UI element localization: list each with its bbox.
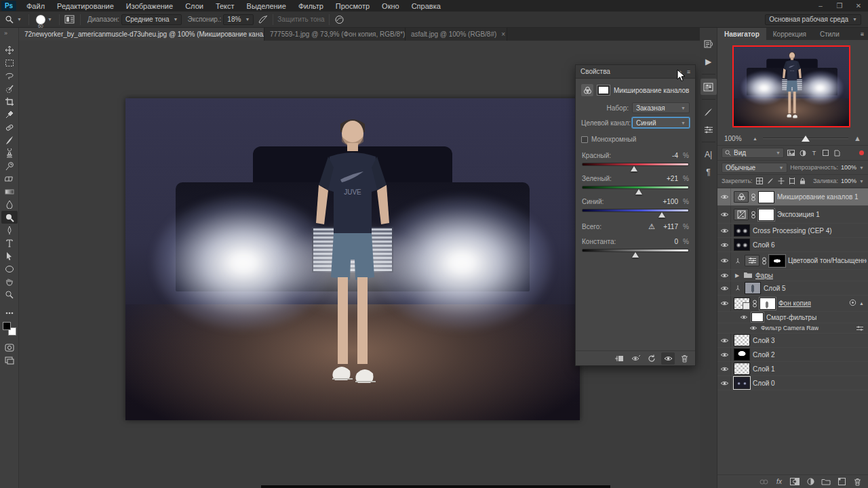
layer-name[interactable]: Слой 5 xyxy=(764,285,786,292)
filter-type-layers-icon[interactable]: T xyxy=(810,148,818,157)
tab-styles[interactable]: Стили xyxy=(813,28,846,40)
quick-selection-tool[interactable] xyxy=(1,82,18,95)
new-group-button[interactable] xyxy=(821,476,831,487)
layer-mask-icon[interactable] xyxy=(597,85,610,95)
path-selection-tool[interactable] xyxy=(1,249,18,262)
layer-row-layer2[interactable]: Слой 2 xyxy=(717,348,868,362)
layer-visibility-toggle[interactable] xyxy=(719,281,731,295)
pressure-toggle-icon[interactable] xyxy=(334,14,346,25)
layer-thumbnail[interactable] xyxy=(734,348,750,361)
layer-name[interactable]: Слой 6 xyxy=(753,241,775,249)
restore-button[interactable]: ❐ xyxy=(830,0,849,12)
menu-window[interactable]: Окно xyxy=(376,0,406,12)
layer-name[interactable]: Слой 3 xyxy=(753,337,775,344)
foreground-color-swatch[interactable] xyxy=(3,322,11,330)
filter-visibility-toggle[interactable] xyxy=(749,323,758,333)
lock-pixels-icon[interactable] xyxy=(766,177,774,185)
layer-name[interactable]: Фары xyxy=(755,272,773,279)
healing-brush-tool[interactable] xyxy=(1,121,18,134)
paragraph-panel-icon[interactable]: ¶ xyxy=(701,164,717,180)
smart-filter-badge-icon[interactable] xyxy=(849,299,856,308)
layer-visibility-toggle[interactable] xyxy=(719,362,731,375)
collapse-panel-icon[interactable]: » xyxy=(678,68,682,75)
workspace-select[interactable]: Основная рабочая среда ▼ xyxy=(765,14,861,25)
fill-value[interactable]: 100% xyxy=(841,178,856,184)
zoom-tool[interactable] xyxy=(1,288,18,301)
delete-adjustment-button[interactable] xyxy=(677,352,691,365)
gradient-tool[interactable] xyxy=(1,185,18,198)
layer-row-hue-saturation[interactable]: Цветовой тон/Насыщенность 1 xyxy=(717,252,868,270)
layer-visibility-toggle[interactable] xyxy=(719,376,731,390)
mask-link-icon[interactable] xyxy=(762,257,766,265)
layer-row-background-copy[interactable]: Фон копия ▲ xyxy=(717,296,868,312)
eyedropper-tool[interactable] xyxy=(1,108,18,121)
layer-mask-thumbnail[interactable] xyxy=(760,298,776,310)
actions-panel-icon[interactable]: ▶ xyxy=(701,54,717,70)
mask-link-icon[interactable] xyxy=(753,300,757,308)
menu-layers[interactable]: Слои xyxy=(179,0,210,12)
layer-thumbnail[interactable] xyxy=(734,377,750,389)
menu-edit[interactable]: Редактирование xyxy=(51,0,120,12)
minimize-button[interactable]: – xyxy=(811,0,830,12)
history-brush-tool[interactable] xyxy=(1,159,18,172)
navigator-thumbnail[interactable]: JUVE xyxy=(732,45,850,127)
exposure-input[interactable]: 18% ▼ xyxy=(223,14,254,25)
navigator-zoom-thumb[interactable] xyxy=(802,136,810,142)
lock-all-icon[interactable] xyxy=(799,177,807,185)
lock-artboard-icon[interactable] xyxy=(788,177,796,185)
clip-to-layer-button[interactable] xyxy=(612,352,626,365)
properties-panel-header[interactable]: Свойства » ≡ xyxy=(576,65,695,79)
layer-visibility-toggle[interactable] xyxy=(719,188,731,205)
pen-tool[interactable] xyxy=(1,224,18,237)
move-tool[interactable] xyxy=(1,43,18,56)
layer-thumbnail[interactable] xyxy=(734,334,750,346)
layer-row-layer1[interactable]: Слой 1 xyxy=(717,362,868,376)
layer-thumbnail[interactable] xyxy=(734,224,750,237)
layer-visibility-toggle[interactable] xyxy=(719,348,731,361)
layer-mask-thumbnail[interactable] xyxy=(758,191,774,203)
layer-visibility-toggle[interactable] xyxy=(719,206,731,223)
filter-toggle-icon[interactable] xyxy=(859,150,864,155)
navigator-zoom-slider[interactable] xyxy=(763,135,848,142)
document-tab-3[interactable]: asfalt.jpg @ 100% (RGB/8#) × xyxy=(406,28,507,41)
lock-position-icon[interactable] xyxy=(777,177,785,185)
monochrome-checkbox[interactable] xyxy=(581,136,588,143)
layer-row-layer5[interactable]: Слой 5 xyxy=(717,281,868,296)
layer-row-layer3[interactable]: Слой 3 xyxy=(717,333,868,348)
layer-name[interactable]: Экспозиция 1 xyxy=(777,211,820,218)
blue-slider-thumb[interactable] xyxy=(658,212,665,218)
filter-name[interactable]: Фильтр Camera Raw xyxy=(761,325,818,331)
layer-row-exposure[interactable]: Экспозиция 1 xyxy=(717,206,868,224)
blue-slider-value[interactable]: +100 xyxy=(655,198,678,205)
airbrush-toggle-icon[interactable] xyxy=(256,14,269,25)
edit-toolbar-button[interactable] xyxy=(1,306,18,319)
character-panel-icon[interactable]: A| xyxy=(701,146,717,163)
smart-filter-mask-thumbnail[interactable] xyxy=(751,312,764,322)
document-tab-2[interactable]: 777559-1.jpg @ 73,9% (Фон копия, RGB/8*)… xyxy=(264,28,406,41)
filter-options-icon[interactable] xyxy=(856,325,867,331)
clone-source-panel-icon[interactable] xyxy=(701,121,717,138)
blue-slider[interactable] xyxy=(582,209,689,212)
constant-slider[interactable] xyxy=(582,249,689,252)
layer-row-group-headlights[interactable]: ▶ Фары xyxy=(717,270,868,281)
close-tab-icon[interactable]: × xyxy=(501,30,505,38)
layer-thumbnail[interactable] xyxy=(745,282,761,294)
menu-type[interactable]: Текст xyxy=(210,0,241,12)
layer-name[interactable]: Cross Processing (CEP 4) xyxy=(753,227,832,235)
reset-button[interactable] xyxy=(645,352,658,365)
layer-visibility-toggle[interactable] xyxy=(719,224,731,237)
brush-preset-picker[interactable]: 60 ▼ xyxy=(33,15,55,24)
red-slider-value[interactable]: -4 xyxy=(655,152,678,159)
link-layers-button[interactable] xyxy=(758,476,769,487)
red-slider-thumb[interactable] xyxy=(631,166,637,171)
layer-thumbnail[interactable] xyxy=(734,239,750,251)
document-canvas[interactable]: JUVE xyxy=(125,98,580,420)
panel-menu-icon[interactable]: ≡ xyxy=(687,68,690,75)
layer-name[interactable]: Микширование каналов 1 xyxy=(777,193,859,201)
quick-mask-button[interactable] xyxy=(1,341,18,354)
layer-thumbnail[interactable] xyxy=(734,363,750,375)
brush-tool[interactable] xyxy=(1,134,18,146)
tool-preset-picker[interactable]: ▼ xyxy=(0,14,24,25)
close-button[interactable]: ✕ xyxy=(849,0,868,12)
layer-visibility-toggle[interactable] xyxy=(719,252,731,269)
